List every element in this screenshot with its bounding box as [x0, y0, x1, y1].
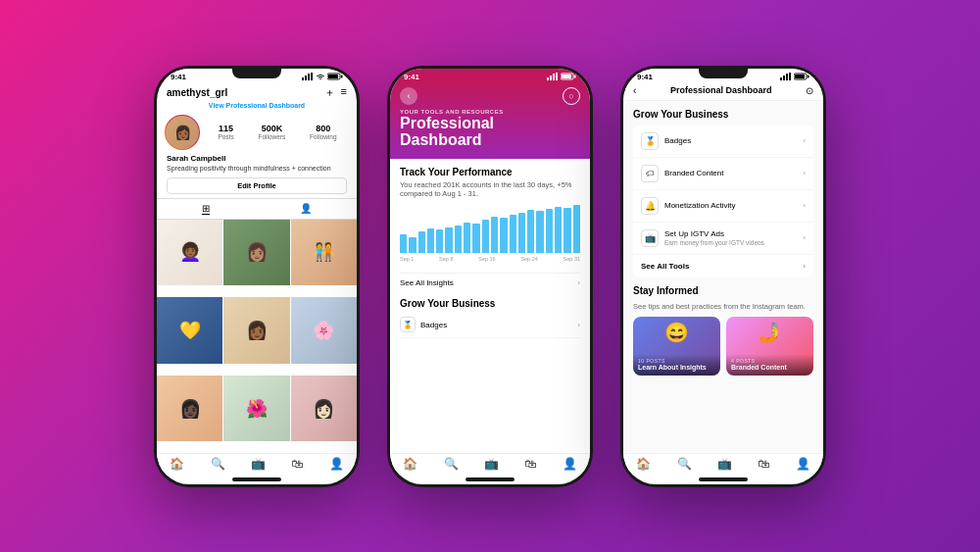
stats-numbers: 115 Posts 500K Followers 800 Following [206, 124, 349, 140]
chevron-icon-5: › [803, 262, 806, 271]
profile-header: amethyst_grl ＋ ≡ [157, 81, 357, 102]
branded-text: Branded Content [664, 169, 724, 177]
shop-icon-1[interactable]: 🛍 [291, 457, 303, 471]
status-bar-3: 9:41 [623, 69, 823, 81]
photo-cell[interactable]: 🌺 [223, 376, 289, 441]
badges-label: Badges [420, 321, 447, 329]
igtv-row[interactable]: 📺 Set Up IGTV Ads Earn money from your I… [633, 223, 813, 255]
time-1: 9:41 [171, 73, 186, 81]
svg-rect-0 [302, 77, 304, 80]
status-bar-2: 9:41 [390, 69, 590, 81]
search-icon-3[interactable]: 🔍 [677, 457, 692, 471]
photo-cell[interactable]: 💛 [157, 297, 222, 363]
phone-dashboard: 9:41 ‹ ○ [387, 66, 593, 487]
dash-nav: ‹ ○ [400, 87, 580, 105]
battery-icon-3 [794, 73, 809, 80]
add-icon[interactable]: ＋ [324, 85, 335, 100]
prof-header-title: Professional Dashboard [642, 85, 800, 95]
see-all-insights[interactable]: See All Insights › [400, 273, 580, 292]
photo-cell[interactable]: 👩🏽 [223, 220, 289, 285]
home-icon-3[interactable]: 🏠 [636, 457, 651, 471]
branded-row[interactable]: 🏷 Branded Content › [633, 158, 813, 190]
profile-name: Sarah Campbell [157, 152, 357, 163]
back-button-2[interactable]: ‹ [400, 87, 417, 105]
chevron-icon: › [803, 136, 806, 145]
photo-cell[interactable]: 👩🏻 [291, 376, 357, 441]
battery-icon-2 [561, 73, 576, 80]
view-dashboard-link[interactable]: View Professional Dashboard [157, 102, 357, 113]
home-indicator-1 [232, 477, 281, 481]
photo-cell[interactable]: 👩🏾 [223, 297, 289, 363]
reels-icon-1[interactable]: 📺 [251, 457, 266, 471]
badges-row[interactable]: 🏅 Badges › [400, 312, 580, 338]
photo-cell[interactable]: 🧑‍🤝‍🧑 [291, 220, 357, 285]
chart-bar [400, 234, 407, 253]
svg-rect-12 [562, 75, 571, 78]
search-icon-2[interactable]: 🔍 [444, 457, 459, 471]
chevron-right-icon: › [577, 321, 580, 329]
svg-rect-2 [308, 74, 310, 80]
card-title-2: Branded Content [731, 364, 808, 372]
photo-cell[interactable]: 👩🏿 [157, 376, 222, 441]
chart-bar [491, 217, 498, 254]
search-circle[interactable]: ○ [563, 87, 580, 105]
phone-prof-list: 9:41 ‹ Professional Dashbo [620, 66, 826, 487]
dashboard-body: Track Your Performance You reached 201K … [390, 159, 590, 453]
see-all-tools[interactable]: See All Tools › [633, 255, 813, 277]
chart-bar [472, 224, 479, 253]
chart-bar [500, 218, 507, 253]
svg-rect-20 [808, 75, 809, 78]
signal-icon-2 [547, 73, 559, 80]
username: amethyst_grl [167, 87, 227, 98]
chart-bar [518, 213, 525, 253]
stat-posts: 115 Posts [218, 124, 233, 140]
time-3: 9:41 [637, 73, 653, 81]
home-icon-2[interactable]: 🏠 [403, 457, 417, 471]
chart-bar [546, 209, 553, 253]
profile-icon-3[interactable]: 👤 [796, 457, 810, 471]
prof-item-badges: 🏅 Badges › 🏷 Branded Content [633, 125, 813, 277]
photo-cell[interactable]: 🌸 [291, 297, 357, 363]
menu-icon[interactable]: ≡ [341, 85, 347, 100]
svg-rect-7 [547, 77, 549, 80]
following-count: 800 [310, 124, 336, 133]
card-person-1: 😄 [633, 321, 720, 344]
svg-rect-5 [328, 75, 338, 78]
profile-icon-1[interactable]: 👤 [329, 457, 344, 471]
badges-row-3[interactable]: 🏅 Badges › [633, 125, 813, 158]
more-icon[interactable]: ⊙ [806, 85, 813, 96]
photo-cell[interactable]: 👩🏾‍🦱 [157, 220, 222, 285]
phone-profile: 9:41 [154, 66, 360, 487]
tab-tagged[interactable]: 👤 [300, 203, 312, 215]
svg-rect-16 [786, 74, 788, 80]
edit-profile-button[interactable]: Edit Profile [167, 177, 347, 194]
followers-count: 500K [258, 124, 285, 133]
reels-icon-3[interactable]: 📺 [717, 457, 732, 471]
badges-left-3: 🏅 Badges [641, 132, 691, 150]
prof-body: Grow Your Business 🏅 Badges › [623, 101, 823, 453]
reels-icon-2[interactable]: 📺 [484, 457, 499, 471]
profile-icon-2[interactable]: 👤 [563, 457, 577, 471]
card-overlay-2: 4 POSTS Branded Content [726, 354, 813, 376]
home-icon-1[interactable]: 🏠 [170, 457, 184, 471]
branded-left: 🏷 Branded Content [641, 165, 724, 182]
bottom-nav-1: 🏠 🔍 📺 🛍 👤 [157, 453, 357, 475]
bottom-nav-3: 🏠 🔍 📺 🛍 👤 [623, 453, 823, 475]
monetization-left: 🔔 Monetization Activity [641, 197, 735, 215]
tab-grid[interactable]: ⊞ [202, 203, 210, 215]
chart-bars [400, 205, 580, 254]
stat-followers: 500K Followers [258, 124, 285, 140]
shop-icon-2[interactable]: 🛍 [524, 457, 536, 471]
badges-left: 🏅 Badges [400, 317, 447, 332]
monetization-row[interactable]: 🔔 Monetization Activity › [633, 190, 813, 223]
shop-icon-3[interactable]: 🛍 [758, 457, 769, 471]
posts-label: Posts [218, 133, 233, 140]
chart-bar [536, 211, 543, 253]
learn-card[interactable]: 😄 10 POSTS Learn About Insights [633, 317, 720, 376]
branded-card[interactable]: 🤳 4 POSTS Branded Content [726, 317, 813, 376]
badges-text: Badges [664, 136, 691, 145]
search-icon-1[interactable]: 🔍 [211, 457, 225, 471]
branded-icon: 🏷 [641, 165, 659, 182]
monetization-icon: 🔔 [641, 197, 659, 215]
back-button-3[interactable]: ‹ [633, 85, 636, 96]
